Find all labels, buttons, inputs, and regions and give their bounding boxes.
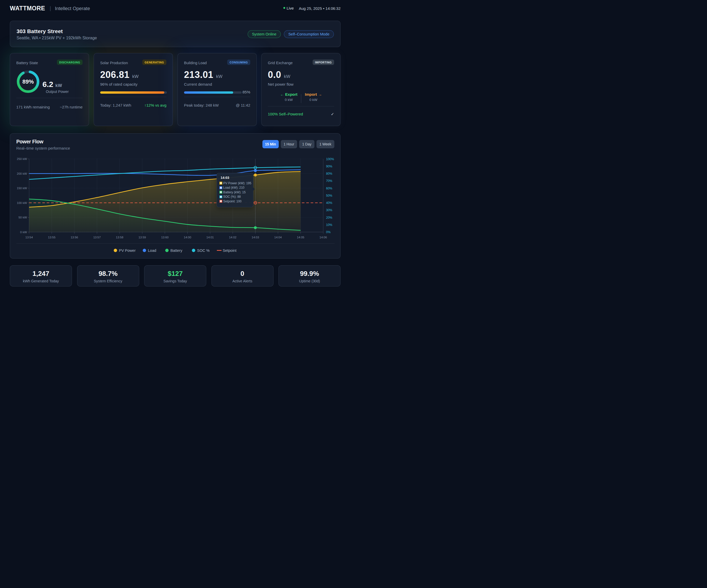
svg-text:13:58: 13:58 [116, 236, 124, 239]
svg-text:14:06: 14:06 [319, 236, 327, 239]
svg-text:14:05: 14:05 [297, 236, 304, 239]
svg-text:30%: 30% [326, 208, 332, 212]
svg-text:70%: 70% [326, 179, 332, 183]
svg-text:14:02: 14:02 [229, 236, 237, 239]
svg-text:20%: 20% [326, 216, 332, 220]
svg-text:13:59: 13:59 [138, 236, 146, 239]
svg-text:200 kW: 200 kW [17, 172, 27, 175]
svg-text:0 kW: 0 kW [20, 231, 27, 234]
svg-text:Battery: Battery [171, 249, 183, 253]
svg-text:SOC %: SOC % [197, 249, 210, 253]
svg-text:14:04: 14:04 [274, 236, 282, 239]
svg-text:13:60: 13:60 [161, 236, 169, 239]
svg-text:13:55: 13:55 [48, 236, 56, 239]
svg-text:14:00: 14:00 [184, 236, 191, 239]
svg-text:40%: 40% [326, 201, 332, 205]
svg-text:Load: Load [148, 249, 156, 253]
svg-text:0%: 0% [326, 230, 331, 234]
svg-text:13:56: 13:56 [71, 236, 78, 239]
svg-text:14:03: 14:03 [251, 236, 259, 239]
svg-text:100 kW: 100 kW [17, 201, 27, 204]
svg-text:14:01: 14:01 [206, 236, 214, 239]
svg-text:13:57: 13:57 [93, 236, 101, 239]
svg-text:60%: 60% [326, 187, 332, 190]
svg-text:150 kW: 150 kW [17, 187, 27, 190]
svg-text:Setpoint: Setpoint [223, 249, 237, 253]
svg-text:250 kW: 250 kW [17, 157, 27, 160]
svg-text:90%: 90% [326, 165, 332, 168]
svg-text:13:54: 13:54 [25, 236, 33, 239]
svg-text:100%: 100% [326, 157, 334, 161]
svg-text:80%: 80% [326, 172, 332, 175]
svg-text:PV Power: PV Power [119, 249, 136, 253]
svg-text:50%: 50% [326, 194, 332, 197]
svg-text:10%: 10% [326, 223, 332, 227]
svg-text:50 kW: 50 kW [19, 216, 27, 219]
